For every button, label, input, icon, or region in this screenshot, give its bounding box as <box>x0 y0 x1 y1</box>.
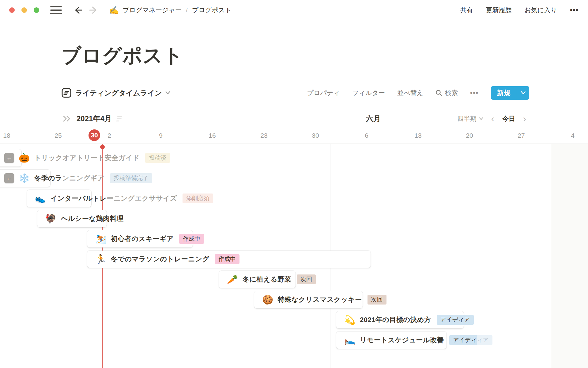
card-title: 2021年の目標の決め方 <box>360 315 431 324</box>
card-title-overflow-text: ンニングギア <box>62 174 104 183</box>
sidebar-menu-icon[interactable] <box>50 6 62 14</box>
timeline-row: 🏃冬でのマラソンのトレーニング作成中 <box>0 251 588 268</box>
card-title-text: 特殊なクリスマスクッキー <box>278 295 362 304</box>
card-title-text: ヘルシーな鶏肉料理 <box>61 214 124 223</box>
timeline-card-content: 🥕冬に植える野菜次回 <box>227 271 316 288</box>
card-title: 冬でのマラソンのトレーニング <box>111 255 209 264</box>
timeline-card-content: ⛷️初心者のスキーギア作成中 <box>95 230 204 247</box>
breadcrumb-page[interactable]: ブログポスト <box>192 6 232 14</box>
timeline-row: 💫2021年の目標の決め方アイディア <box>0 311 588 328</box>
timeline-zoom-selector[interactable]: 四半期 <box>457 114 483 123</box>
axis-date-today: 30 <box>89 129 100 141</box>
axis-date: 4 <box>571 130 575 141</box>
close-window-button[interactable] <box>9 7 15 13</box>
scroll-to-card-button[interactable]: ← <box>4 153 14 163</box>
axis-date: 18 <box>3 130 10 141</box>
timeline-row: ←🎃トリックオアトリート安全ガイド投稿済 <box>0 149 588 167</box>
card-title-overflow-text: ニングエクササイズ <box>114 194 177 203</box>
page-title[interactable]: ブログポスト <box>61 42 183 69</box>
status-badge: 作成中 <box>179 234 204 244</box>
new-button[interactable]: 新規 <box>491 86 529 100</box>
timeline-card-content: 🛌リモートスケジュール改善アイディィア <box>344 332 492 349</box>
sneaker-icon: 👟 <box>35 194 46 203</box>
dizzy-icon: 💫 <box>344 316 355 324</box>
card-title: 初心者のスキーギア <box>111 234 174 243</box>
status-badge: アイディア <box>437 315 474 325</box>
timeline-prev-icon[interactable]: ‹ <box>491 114 495 123</box>
double-chevron-right-icon[interactable] <box>62 115 72 122</box>
timeline-card-content: 🏃冬でのマラソンのトレーニング作成中 <box>95 251 239 268</box>
axis-date: 9 <box>159 130 163 141</box>
properties-button[interactable]: プロパティ <box>307 89 340 97</box>
new-button-label[interactable]: 新規 <box>491 86 517 100</box>
timeline-card-content: 💫2021年の目標の決め方アイディア <box>344 311 474 328</box>
timeline-next-icon[interactable]: › <box>522 114 527 123</box>
update-history-button[interactable]: 更新履歴 <box>486 6 511 14</box>
timeline-row: 🛌リモートスケジュール改善アイディィア <box>0 332 588 349</box>
card-title: ヘルシーな鶏肉料理 <box>61 214 124 223</box>
card-title: 特殊なクリスマスクッキー <box>278 295 362 304</box>
timeline-month-label-june: 六月 <box>366 114 381 124</box>
status-badge-overflow-text: ィア <box>477 335 492 345</box>
turkey-icon: 🦃 <box>45 214 56 223</box>
search-icon <box>435 90 442 96</box>
timeline-card-content: 🦃ヘルシーな鶏肉料理 <box>45 210 124 227</box>
status-badge: 添削必須 <box>183 194 213 203</box>
axis-date: 16 <box>209 130 216 141</box>
scroll-indicator-icon <box>116 116 122 121</box>
forward-arrow-icon[interactable] <box>88 5 99 15</box>
search-button[interactable]: 検索 <box>435 89 458 97</box>
timeline-row: 🍪特殊なクリスマスクッキー次回 <box>0 291 588 308</box>
breadcrumb-separator: / <box>186 6 188 14</box>
timeline-section: 2021年4月 六月 四半期 ‹ 今日 › 182530291623306132… <box>0 106 588 368</box>
axis-date: 2 <box>107 130 111 141</box>
back-arrow-icon[interactable] <box>73 5 83 15</box>
skier-icon: ⛷️ <box>95 235 106 243</box>
card-title: トリックオアトリート安全ガイド <box>34 153 140 163</box>
view-selector[interactable]: ライティングタイムライン <box>61 88 170 98</box>
timeline-row: ⛷️初心者のスキーギア作成中 <box>0 230 588 247</box>
card-title-overflow-text: トリックオアトリート安全ガイド <box>34 153 140 163</box>
timeline-card-content: 👟インターバルトレーニングエクササイズ添削必須 <box>35 190 213 207</box>
search-label: 検索 <box>445 89 458 97</box>
timeline-row: ←❄️冬季のランニングギア投稿準備完了 <box>0 170 588 187</box>
filter-button[interactable]: フィルター <box>352 89 385 97</box>
timeline-card-content: ←❄️冬季のランニングギア投稿準備完了 <box>4 170 152 187</box>
sort-button[interactable]: 並べ替え <box>397 89 423 97</box>
timeline-axis-line <box>0 144 588 144</box>
status-badge: 次回 <box>297 274 316 284</box>
breadcrumb-root[interactable]: ブログマネージャー <box>123 6 181 14</box>
new-button-dropdown[interactable] <box>517 86 529 100</box>
share-button[interactable]: 共有 <box>460 6 473 14</box>
timeline-row: 👟インターバルトレーニングエクササイズ添削必須 <box>0 190 588 207</box>
axis-date: 6 <box>365 130 368 141</box>
more-options-icon[interactable]: ••• <box>570 6 579 14</box>
view-more-options-icon[interactable]: ••• <box>470 89 479 97</box>
card-title-text: 2021年の目標の決め方 <box>360 315 431 324</box>
card-title-text: インターバルトレー <box>51 194 114 203</box>
pumpkin-icon: 🎃 <box>19 154 30 163</box>
timeline-zoom-label: 四半期 <box>457 114 477 123</box>
scroll-to-card-button[interactable]: ← <box>4 173 14 183</box>
timeline-today-button[interactable]: 今日 <box>502 114 515 123</box>
axis-date: 23 <box>260 130 267 141</box>
chevron-down-icon <box>521 91 526 95</box>
card-title-text: 冬季のラ <box>34 174 62 183</box>
zoom-window-button[interactable] <box>34 7 39 13</box>
timeline-row: 🥕冬に植える野菜次回 <box>0 271 588 288</box>
snowflake-icon: ❄️ <box>19 174 30 183</box>
carrot-icon: 🥕 <box>227 275 238 284</box>
axis-date: 13 <box>414 130 421 141</box>
view-name: ライティングタイムライン <box>75 88 162 98</box>
timeline-month-label: 2021年4月 <box>77 114 112 124</box>
card-title: インターバルトレーニングエクササイズ <box>51 194 177 203</box>
favorite-button[interactable]: お気に入り <box>524 6 557 14</box>
minimize-window-button[interactable] <box>21 7 27 13</box>
chevron-down-icon <box>479 117 483 120</box>
breadcrumb: ✍️ ブログマネージャー / ブログポスト <box>109 6 232 14</box>
card-title: 冬に植える野菜 <box>243 275 291 284</box>
timeline-card-content: 🍪特殊なクリスマスクッキー次回 <box>262 291 386 308</box>
runner-icon: 🏃 <box>95 255 106 264</box>
axis-date: 27 <box>518 130 525 141</box>
card-title: 冬季のランニングギア <box>34 174 104 183</box>
